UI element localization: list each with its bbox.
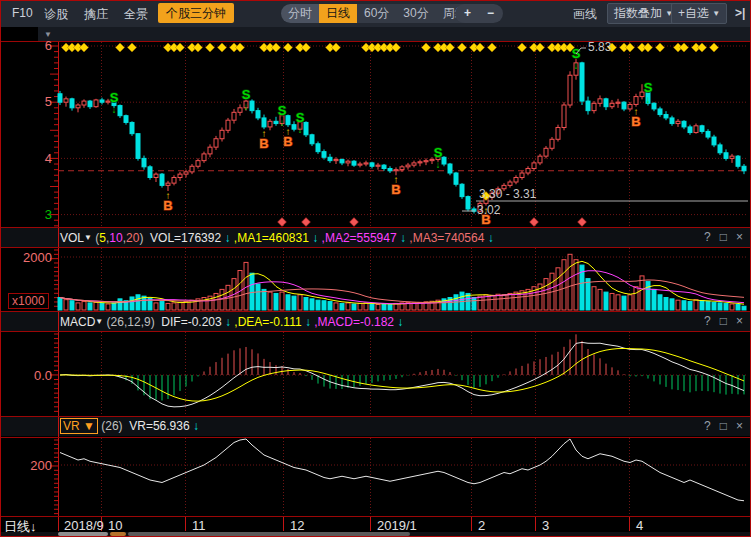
vr-scale-label: 200: [4, 458, 52, 473]
candlestick-series: [58, 56, 746, 214]
vol-indicator-readout[interactable]: VOL▼ (5,10,20) VOL=176392 ↓ ,MA1=460831 …: [60, 228, 494, 248]
svg-text:S: S: [644, 80, 653, 95]
header-part: ↓: [305, 315, 314, 329]
menu-f10[interactable]: F10: [12, 6, 33, 20]
header-part: ↓: [400, 231, 409, 245]
header-part: ↓: [397, 315, 403, 329]
menu-diagnose[interactable]: 诊股: [44, 6, 68, 23]
help-icon[interactable]: ?: [704, 419, 711, 433]
svg-text:S: S: [434, 145, 443, 160]
svg-text:B: B: [481, 212, 490, 227]
vr-panel-icons: ?□×: [695, 417, 743, 436]
header-part: DIF=-0.203: [161, 315, 225, 329]
close-icon[interactable]: ×: [736, 419, 743, 433]
scrollbar-thumb[interactable]: [58, 532, 108, 536]
range-price-annotation: 3.30 - 3.31: [479, 187, 536, 201]
svg-text:S: S: [278, 103, 287, 118]
gridlines: [58, 42, 748, 515]
svg-text:↓: ↓: [244, 101, 249, 112]
period-label[interactable]: 日线↓: [4, 518, 37, 536]
svg-text:↓: ↓: [574, 60, 579, 71]
header-part[interactable]: ▼: [84, 233, 92, 242]
vol-panel-header: VOL▼ (5,10,20) VOL=176392 ↓ ,MA1=460831 …: [0, 228, 751, 247]
macd-panel-icons: ?□×: [695, 312, 743, 331]
volume-series: [58, 254, 746, 310]
price-label-5: 5: [4, 94, 52, 109]
maximize-icon[interactable]: □: [720, 419, 727, 433]
svg-text:B: B: [631, 114, 640, 129]
header-part: (26,12,9): [103, 315, 161, 329]
svg-text:B: B: [259, 136, 268, 151]
close-icon[interactable]: ×: [736, 230, 743, 244]
svg-text:↑: ↑: [634, 106, 639, 117]
horizontal-scrollbar[interactable]: [0, 532, 751, 537]
draw-line-button[interactable]: 画线: [573, 6, 597, 23]
vr-indicator-readout[interactable]: VR ▼ (26) VR=56.936 ↓: [60, 417, 199, 436]
text-overlay: 6 5 4 3 2000 x1000 0.0 200 5.83 3.30 - 3…: [0, 0, 751, 537]
close-icon[interactable]: ×: [736, 314, 743, 328]
vr-series: [60, 439, 744, 501]
zoom-controls: + −: [455, 4, 503, 23]
chart-canvas[interactable]: S↓S↓S↓S↓S↓S↓S↓↑B↑B↑B↑B↑B↑B: [0, 0, 751, 537]
period-daily[interactable]: 日线: [319, 4, 357, 23]
svg-text:B: B: [391, 182, 400, 197]
period-30min[interactable]: 30分: [396, 4, 435, 23]
svg-text:↑: ↑: [394, 174, 399, 185]
svg-text:↓: ↓: [646, 94, 651, 105]
header-part: ,MA2=555947: [322, 231, 400, 245]
stock-3min-button[interactable]: 个股三分钟: [158, 3, 234, 23]
app-window: F10 诊股 擒庄 全景 个股三分钟 分时 日线 60分 30分 周线 ▼ + …: [0, 0, 751, 537]
header-part: ,MA1=460831: [234, 231, 312, 245]
low-price-annotation: 3.02: [477, 203, 500, 217]
macd-series: [60, 334, 744, 407]
index-overlay-button[interactable]: 指数叠加 ▼: [607, 3, 680, 24]
vol-ma20-line: [60, 280, 744, 303]
header-part: 5: [99, 231, 106, 245]
svg-text:↑: ↑: [286, 126, 291, 137]
vol-panel-icons: ?□×: [695, 228, 743, 247]
chevron-down-icon[interactable]: ▼: [44, 30, 52, 39]
maximize-icon[interactable]: □: [720, 230, 727, 244]
header-part: VR=56.936: [129, 419, 193, 433]
header-part: MACD: [60, 315, 95, 329]
svg-text:↑: ↑: [166, 190, 171, 201]
header-part: ↓: [312, 231, 321, 245]
panel-separators: [0, 1, 751, 537]
header-part: ↓: [224, 231, 233, 245]
header-part: VOL=176392: [150, 231, 224, 245]
header-part: ,DEA=-0.111: [234, 315, 305, 329]
header-part: ↓: [193, 419, 199, 433]
header-part[interactable]: VR ▼: [60, 418, 98, 434]
zoom-in-button[interactable]: +: [464, 4, 471, 23]
svg-text:B: B: [163, 198, 172, 213]
help-icon[interactable]: ?: [704, 230, 711, 244]
dea-line: [60, 348, 744, 401]
peak-price-annotation: 5.83: [588, 40, 611, 54]
maximize-icon[interactable]: □: [720, 314, 727, 328]
period-60min[interactable]: 60分: [357, 4, 396, 23]
vr-panel-header: VR ▼ (26) VR=56.936 ↓ ?□×: [0, 417, 751, 436]
scrollbar-track-used[interactable]: [128, 532, 410, 536]
svg-text:↓: ↓: [298, 124, 303, 135]
add-watchlist-button[interactable]: +自选 ▼: [671, 3, 727, 24]
zoom-out-button[interactable]: −: [487, 4, 494, 23]
menu-qinzhuang[interactable]: 擒庄: [84, 6, 108, 23]
macd-zero-label: 0.0: [4, 368, 52, 383]
macd-indicator-readout[interactable]: MACD▼ (26,12,9) DIF=-0.203 ↓ ,DEA=-0.111…: [60, 312, 403, 332]
header-part: ↓: [225, 315, 234, 329]
svg-text:B: B: [283, 134, 292, 149]
header-part: 10: [109, 231, 122, 245]
help-icon[interactable]: ?: [704, 314, 711, 328]
svg-text:S: S: [572, 46, 581, 61]
top-toolbar: F10 诊股 擒庄 全景 个股三分钟 分时 日线 60分 30分 周线 ▼ + …: [0, 0, 751, 27]
price-label-3: 3: [4, 207, 52, 222]
period-intraday[interactable]: 分时: [281, 4, 319, 23]
header-part: ): [139, 231, 150, 245]
svg-text:↓: ↓: [112, 104, 117, 115]
header-part: ,MA3=740564: [409, 231, 487, 245]
menu-panorama[interactable]: 全景: [124, 6, 148, 23]
collapse-panel-icon[interactable]: >|: [735, 6, 745, 20]
vol-ma10-line: [60, 271, 744, 304]
scrollbar-marker: [110, 532, 126, 536]
header-part: ↓: [488, 231, 494, 245]
